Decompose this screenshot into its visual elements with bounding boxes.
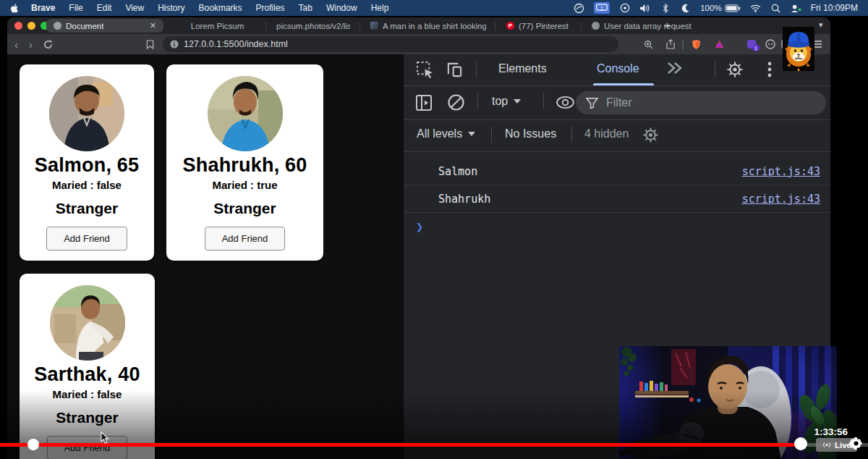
forward-button[interactable]: › [29,34,33,54]
tab-search-chevron-icon[interactable]: ▾ [819,20,823,30]
chevron-down-icon [468,132,475,136]
progress-scrubber-dot[interactable] [794,437,807,450]
menu-tab[interactable]: Tab [299,3,312,13]
tab-divider [359,22,360,30]
menu-file[interactable]: File [69,3,82,13]
menu-help[interactable]: Help [371,3,389,13]
wifi-icon[interactable] [750,3,761,14]
player-settings-gear-icon[interactable] [848,436,864,454]
menu-brave[interactable]: Brave [31,3,55,13]
add-friend-button[interactable]: Add Friend [46,227,127,250]
console-filter-box[interactable] [576,91,826,114]
card-married-label: Maried : true [166,179,323,191]
globe-favicon [54,22,61,30]
mouse-cursor [100,431,109,447]
add-friend-button[interactable]: Add Friend [47,436,128,459]
bookmark-icon[interactable] [146,34,154,54]
devtools-kebab-menu-icon[interactable] [767,61,772,78]
menu-view[interactable]: View [125,3,144,13]
bluetooth-icon[interactable] [660,3,671,14]
browser-toolbar: ‹ › 127.0.0.1:5500/index.html | [7,34,830,54]
hidden-messages-label[interactable]: 4 hidden [584,127,629,140]
console-log: Salmon script.js:43 Shahrukh script.js:4… [404,152,830,213]
log-source-link[interactable]: script.js:43 [742,165,820,178]
user-switcher-icon[interactable] [791,3,801,14]
gray-favicon [592,22,600,30]
close-tab-icon[interactable]: ✕ [150,21,156,30]
brave-rewards-icon[interactable] [715,34,724,54]
pinterest-favicon: P [506,22,514,30]
site-info-icon[interactable] [170,40,179,49]
back-button[interactable]: ‹ [14,34,18,54]
tab-console[interactable]: Console [597,62,639,75]
extension-ghost-icon[interactable] [765,34,775,54]
tab-picsum-list[interactable]: picsum.photos/v2/list [269,19,357,33]
device-toolbar-icon[interactable] [446,62,464,78]
zoom-page-icon[interactable] [644,34,653,54]
menu-history[interactable]: History [158,3,184,13]
menubar-clock[interactable]: Fri 10:09PM [811,3,858,13]
profile-photo [50,285,125,361]
more-tabs-icon[interactable] [666,62,682,75]
battery-icon [725,4,741,12]
context-selector[interactable]: top [492,95,521,108]
log-levels-dropdown[interactable]: All levels [417,127,475,140]
progress-marker-dot[interactable] [27,439,39,450]
menu-bookmarks[interactable]: Bookmarks [199,3,242,13]
video-progress-fill [0,443,801,447]
tab-label: picsum.photos/v2/list [276,22,350,30]
add-friend-button[interactable]: Add Friend [205,227,286,250]
inspect-element-icon[interactable] [416,61,434,79]
brave-shield-icon[interactable] [692,34,701,54]
reload-button[interactable] [43,34,53,54]
tab-label: (77) Pinterest [519,22,569,30]
issues-counter[interactable]: No Issues [505,127,556,140]
live-expression-eye-icon[interactable] [556,96,575,109]
user-card-salmon: Salmon, 65 Maried : false Stranger Add F… [20,64,154,261]
battery-percent-label: 100% [700,4,721,12]
card-married-label: Maried : false [20,388,155,400]
spotlight-search-icon[interactable] [770,3,781,14]
battery-status[interactable]: 100% [700,4,740,12]
video-timestamp: 1:33:56 [814,426,848,437]
minimize-window-button[interactable] [27,22,35,30]
url-text: 127.0.0.1:5500/index.html [184,39,288,49]
filter-input[interactable] [605,96,796,110]
profile-avatar[interactable] [783,27,814,71]
close-window-button[interactable] [14,22,22,30]
clear-console-icon[interactable] [447,93,465,111]
console-sidebar-icon[interactable] [415,94,433,111]
user-card-shahrukh: Shahrukh, 60 Maried : true Stranger Add … [166,64,323,261]
tab-user-data[interactable]: User data array request [584,19,700,33]
log-source-link[interactable]: script.js:43 [742,193,820,206]
volume-icon[interactable] [639,3,650,14]
menu-edit[interactable]: Edit [97,3,112,13]
console-message[interactable]: Salmon script.js:43 [404,158,830,185]
tab-photo-search[interactable]: A man in a blue shirt looking at th [363,19,493,33]
new-tab-button[interactable]: + [664,19,671,31]
console-levels-bar: All levels No Issues 4 hidden [404,120,830,152]
card-name-age: Shahrukh, 60 [166,154,323,177]
address-bar[interactable]: 127.0.0.1:5500/index.html [163,36,618,52]
menu-profiles[interactable]: Profiles [256,3,285,13]
tab-lorem-picsum[interactable]: Lorem Picsum [172,19,263,33]
menu-window[interactable]: Window [326,3,357,13]
tab-elements[interactable]: Elements [498,62,547,75]
console-settings-gear-icon[interactable] [642,127,659,143]
capture-status-icon[interactable] [574,3,584,14]
tab-document[interactable]: Document ✕ [46,19,163,33]
do-not-disturb-moon-icon[interactable] [680,3,691,14]
keystroke-viewer-icon[interactable] [619,3,630,14]
extension-icon[interactable]: 1 [746,34,757,54]
video-progress-bar[interactable] [0,443,868,447]
card-relation-label: Stranger [166,200,323,217]
console-message[interactable]: Shahrukh script.js:43 [404,185,830,213]
console-prompt-chevron-icon[interactable]: ❯ [416,219,423,234]
apple-logo-icon[interactable] [10,4,20,13]
screen-sharing-icon[interactable] [594,2,610,14]
log-text: Salmon [438,165,477,178]
tab-pinterest[interactable]: P (77) Pinterest [499,19,579,33]
tab-divider [581,22,582,30]
devtools-settings-gear-icon[interactable] [726,61,744,78]
share-icon[interactable] [666,34,675,54]
